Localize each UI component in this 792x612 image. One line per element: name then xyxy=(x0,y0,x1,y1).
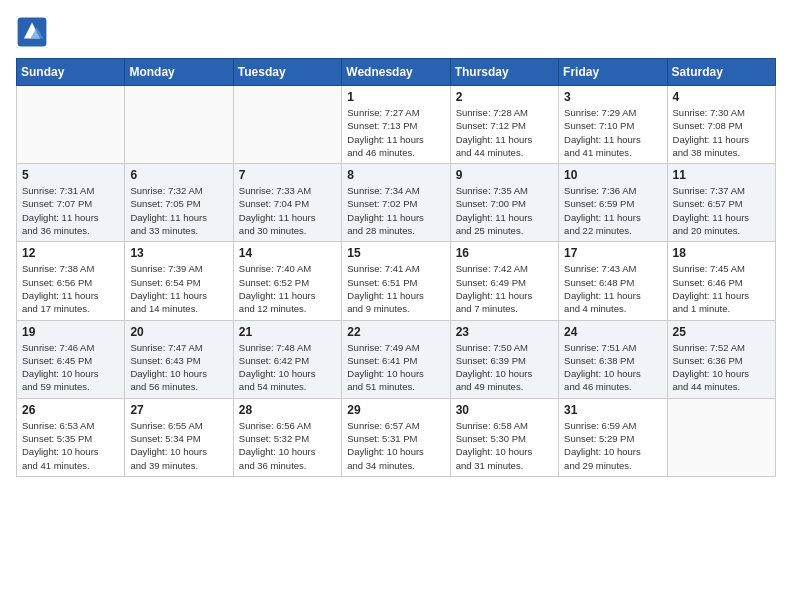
day-info: Sunrise: 7:43 AM Sunset: 6:48 PM Dayligh… xyxy=(564,262,661,315)
calendar-cell xyxy=(17,86,125,164)
day-info: Sunrise: 7:35 AM Sunset: 7:00 PM Dayligh… xyxy=(456,184,553,237)
day-number: 2 xyxy=(456,90,553,104)
calendar-cell xyxy=(125,86,233,164)
day-number: 31 xyxy=(564,403,661,417)
day-info: Sunrise: 7:49 AM Sunset: 6:41 PM Dayligh… xyxy=(347,341,444,394)
day-info: Sunrise: 7:47 AM Sunset: 6:43 PM Dayligh… xyxy=(130,341,227,394)
calendar-cell: 20Sunrise: 7:47 AM Sunset: 6:43 PM Dayli… xyxy=(125,320,233,398)
weekday-header-saturday: Saturday xyxy=(667,59,775,86)
calendar-cell: 5Sunrise: 7:31 AM Sunset: 7:07 PM Daylig… xyxy=(17,164,125,242)
calendar-cell: 18Sunrise: 7:45 AM Sunset: 6:46 PM Dayli… xyxy=(667,242,775,320)
weekday-header-row: SundayMondayTuesdayWednesdayThursdayFrid… xyxy=(17,59,776,86)
calendar-cell: 17Sunrise: 7:43 AM Sunset: 6:48 PM Dayli… xyxy=(559,242,667,320)
weekday-header-tuesday: Tuesday xyxy=(233,59,341,86)
day-number: 24 xyxy=(564,325,661,339)
day-number: 7 xyxy=(239,168,336,182)
calendar-cell: 29Sunrise: 6:57 AM Sunset: 5:31 PM Dayli… xyxy=(342,398,450,476)
week-row-1: 1Sunrise: 7:27 AM Sunset: 7:13 PM Daylig… xyxy=(17,86,776,164)
calendar-cell: 26Sunrise: 6:53 AM Sunset: 5:35 PM Dayli… xyxy=(17,398,125,476)
day-number: 17 xyxy=(564,246,661,260)
day-number: 3 xyxy=(564,90,661,104)
calendar-cell: 30Sunrise: 6:58 AM Sunset: 5:30 PM Dayli… xyxy=(450,398,558,476)
calendar-cell: 31Sunrise: 6:59 AM Sunset: 5:29 PM Dayli… xyxy=(559,398,667,476)
day-info: Sunrise: 7:51 AM Sunset: 6:38 PM Dayligh… xyxy=(564,341,661,394)
day-info: Sunrise: 7:30 AM Sunset: 7:08 PM Dayligh… xyxy=(673,106,770,159)
day-number: 19 xyxy=(22,325,119,339)
day-number: 4 xyxy=(673,90,770,104)
day-number: 21 xyxy=(239,325,336,339)
calendar-cell: 7Sunrise: 7:33 AM Sunset: 7:04 PM Daylig… xyxy=(233,164,341,242)
day-info: Sunrise: 7:36 AM Sunset: 6:59 PM Dayligh… xyxy=(564,184,661,237)
day-info: Sunrise: 7:29 AM Sunset: 7:10 PM Dayligh… xyxy=(564,106,661,159)
calendar-cell: 14Sunrise: 7:40 AM Sunset: 6:52 PM Dayli… xyxy=(233,242,341,320)
day-info: Sunrise: 7:33 AM Sunset: 7:04 PM Dayligh… xyxy=(239,184,336,237)
calendar-cell: 21Sunrise: 7:48 AM Sunset: 6:42 PM Dayli… xyxy=(233,320,341,398)
day-number: 9 xyxy=(456,168,553,182)
day-info: Sunrise: 6:57 AM Sunset: 5:31 PM Dayligh… xyxy=(347,419,444,472)
day-info: Sunrise: 7:31 AM Sunset: 7:07 PM Dayligh… xyxy=(22,184,119,237)
calendar-cell: 28Sunrise: 6:56 AM Sunset: 5:32 PM Dayli… xyxy=(233,398,341,476)
day-number: 14 xyxy=(239,246,336,260)
day-info: Sunrise: 7:38 AM Sunset: 6:56 PM Dayligh… xyxy=(22,262,119,315)
calendar-cell: 2Sunrise: 7:28 AM Sunset: 7:12 PM Daylig… xyxy=(450,86,558,164)
day-info: Sunrise: 7:41 AM Sunset: 6:51 PM Dayligh… xyxy=(347,262,444,315)
calendar-cell: 13Sunrise: 7:39 AM Sunset: 6:54 PM Dayli… xyxy=(125,242,233,320)
week-row-3: 12Sunrise: 7:38 AM Sunset: 6:56 PM Dayli… xyxy=(17,242,776,320)
day-number: 28 xyxy=(239,403,336,417)
weekday-header-sunday: Sunday xyxy=(17,59,125,86)
day-info: Sunrise: 7:34 AM Sunset: 7:02 PM Dayligh… xyxy=(347,184,444,237)
day-number: 25 xyxy=(673,325,770,339)
calendar-cell: 23Sunrise: 7:50 AM Sunset: 6:39 PM Dayli… xyxy=(450,320,558,398)
day-number: 13 xyxy=(130,246,227,260)
day-info: Sunrise: 7:32 AM Sunset: 7:05 PM Dayligh… xyxy=(130,184,227,237)
day-info: Sunrise: 6:59 AM Sunset: 5:29 PM Dayligh… xyxy=(564,419,661,472)
calendar-cell: 16Sunrise: 7:42 AM Sunset: 6:49 PM Dayli… xyxy=(450,242,558,320)
day-number: 30 xyxy=(456,403,553,417)
day-number: 12 xyxy=(22,246,119,260)
day-number: 27 xyxy=(130,403,227,417)
calendar-cell: 9Sunrise: 7:35 AM Sunset: 7:00 PM Daylig… xyxy=(450,164,558,242)
week-row-2: 5Sunrise: 7:31 AM Sunset: 7:07 PM Daylig… xyxy=(17,164,776,242)
day-info: Sunrise: 7:40 AM Sunset: 6:52 PM Dayligh… xyxy=(239,262,336,315)
day-number: 11 xyxy=(673,168,770,182)
day-info: Sunrise: 7:48 AM Sunset: 6:42 PM Dayligh… xyxy=(239,341,336,394)
day-info: Sunrise: 7:45 AM Sunset: 6:46 PM Dayligh… xyxy=(673,262,770,315)
week-row-4: 19Sunrise: 7:46 AM Sunset: 6:45 PM Dayli… xyxy=(17,320,776,398)
day-number: 15 xyxy=(347,246,444,260)
week-row-5: 26Sunrise: 6:53 AM Sunset: 5:35 PM Dayli… xyxy=(17,398,776,476)
calendar-cell: 24Sunrise: 7:51 AM Sunset: 6:38 PM Dayli… xyxy=(559,320,667,398)
calendar-table: SundayMondayTuesdayWednesdayThursdayFrid… xyxy=(16,58,776,477)
day-number: 6 xyxy=(130,168,227,182)
calendar-cell: 25Sunrise: 7:52 AM Sunset: 6:36 PM Dayli… xyxy=(667,320,775,398)
calendar-cell xyxy=(667,398,775,476)
weekday-header-thursday: Thursday xyxy=(450,59,558,86)
calendar-cell: 6Sunrise: 7:32 AM Sunset: 7:05 PM Daylig… xyxy=(125,164,233,242)
calendar-cell: 10Sunrise: 7:36 AM Sunset: 6:59 PM Dayli… xyxy=(559,164,667,242)
day-info: Sunrise: 7:46 AM Sunset: 6:45 PM Dayligh… xyxy=(22,341,119,394)
page-header xyxy=(16,16,776,48)
calendar-cell: 3Sunrise: 7:29 AM Sunset: 7:10 PM Daylig… xyxy=(559,86,667,164)
logo-icon xyxy=(16,16,48,48)
calendar-cell: 1Sunrise: 7:27 AM Sunset: 7:13 PM Daylig… xyxy=(342,86,450,164)
calendar-cell: 12Sunrise: 7:38 AM Sunset: 6:56 PM Dayli… xyxy=(17,242,125,320)
day-info: Sunrise: 7:28 AM Sunset: 7:12 PM Dayligh… xyxy=(456,106,553,159)
weekday-header-monday: Monday xyxy=(125,59,233,86)
calendar-cell: 8Sunrise: 7:34 AM Sunset: 7:02 PM Daylig… xyxy=(342,164,450,242)
calendar-cell: 15Sunrise: 7:41 AM Sunset: 6:51 PM Dayli… xyxy=(342,242,450,320)
calendar-cell: 11Sunrise: 7:37 AM Sunset: 6:57 PM Dayli… xyxy=(667,164,775,242)
calendar-cell: 4Sunrise: 7:30 AM Sunset: 7:08 PM Daylig… xyxy=(667,86,775,164)
day-number: 10 xyxy=(564,168,661,182)
day-number: 29 xyxy=(347,403,444,417)
day-number: 22 xyxy=(347,325,444,339)
logo xyxy=(16,16,52,48)
day-info: Sunrise: 7:50 AM Sunset: 6:39 PM Dayligh… xyxy=(456,341,553,394)
weekday-header-friday: Friday xyxy=(559,59,667,86)
calendar-cell: 19Sunrise: 7:46 AM Sunset: 6:45 PM Dayli… xyxy=(17,320,125,398)
day-number: 26 xyxy=(22,403,119,417)
calendar-cell: 22Sunrise: 7:49 AM Sunset: 6:41 PM Dayli… xyxy=(342,320,450,398)
calendar-cell: 27Sunrise: 6:55 AM Sunset: 5:34 PM Dayli… xyxy=(125,398,233,476)
day-info: Sunrise: 6:55 AM Sunset: 5:34 PM Dayligh… xyxy=(130,419,227,472)
day-info: Sunrise: 7:27 AM Sunset: 7:13 PM Dayligh… xyxy=(347,106,444,159)
calendar-cell xyxy=(233,86,341,164)
day-number: 18 xyxy=(673,246,770,260)
